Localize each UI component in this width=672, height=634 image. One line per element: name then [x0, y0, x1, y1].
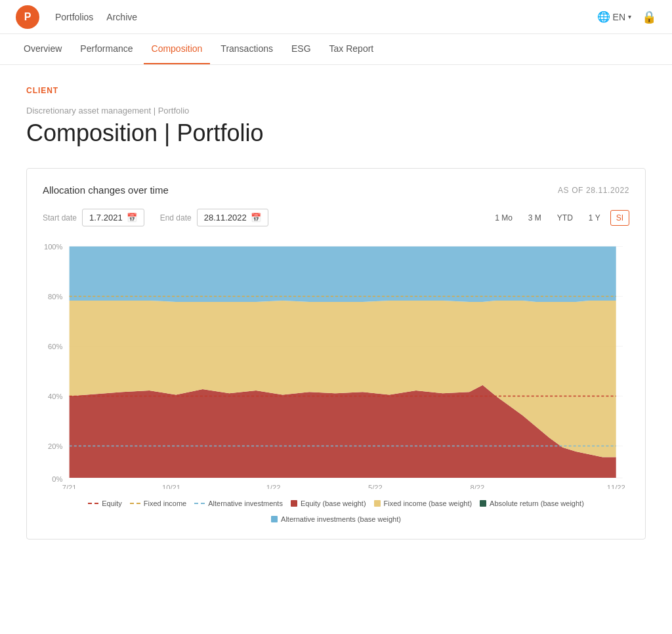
- globe-icon: 🌐: [597, 11, 610, 23]
- legend-alt-label: Alternative investments: [208, 499, 283, 507]
- main-header: P Portfolios Archive 🌐 EN ▾ 🔒: [0, 0, 672, 34]
- legend-fixed-income-base-icon: [374, 500, 381, 507]
- svg-text:0%: 0%: [52, 475, 62, 483]
- card-header: Allocation changes over time AS OF 28.11…: [43, 184, 629, 196]
- chart-container: 100% 80% 60% 40% 20% 0%: [43, 240, 629, 489]
- legend-equity-base: Equity (base weight): [291, 499, 366, 507]
- app-logo: P: [16, 5, 39, 29]
- start-date-label: Start date: [43, 213, 77, 222]
- end-date-input[interactable]: 28.11.2022 📅: [197, 209, 268, 226]
- nav-archive[interactable]: Archive: [106, 12, 137, 22]
- legend-alt-base-label: Alternative investments (base weight): [281, 515, 401, 523]
- legend-absolute-return: Absolute return (base weight): [480, 499, 584, 507]
- svg-text:8/22: 8/22: [471, 484, 485, 489]
- legend-equity-base-label: Equity (base weight): [301, 499, 366, 507]
- subnav-tax-report[interactable]: Tax Report: [322, 34, 382, 64]
- header-left: P Portfolios Archive: [16, 5, 137, 29]
- legend-fixed-income-base-label: Fixed income (base weight): [384, 499, 472, 507]
- svg-text:11/22: 11/22: [607, 484, 625, 489]
- period-3m[interactable]: 3 M: [522, 210, 547, 226]
- language-label: EN: [613, 12, 625, 22]
- allocation-card: Allocation changes over time AS OF 28.11…: [26, 168, 646, 539]
- subnav-composition[interactable]: Composition: [144, 34, 211, 64]
- main-nav: Portfolios Archive: [55, 12, 137, 22]
- start-date-input[interactable]: 1.7.2021 📅: [82, 209, 144, 226]
- breadcrumb: Discretionary asset management | Portfol…: [26, 106, 646, 116]
- svg-text:1/22: 1/22: [266, 484, 281, 489]
- legend-fixed-income: Fixed income: [130, 499, 186, 507]
- chevron-down-icon: ▾: [628, 13, 631, 20]
- subnav-performance[interactable]: Performance: [72, 34, 140, 64]
- legend-equity-base-icon: [291, 500, 297, 507]
- card-title: Allocation changes over time: [43, 184, 169, 196]
- legend-equity: Equity: [88, 499, 122, 507]
- legend-alt-investments: Alternative investments: [194, 499, 283, 507]
- date-controls: Start date 1.7.2021 📅 End date 28.11.202…: [43, 209, 629, 226]
- svg-text:5/22: 5/22: [368, 484, 383, 489]
- lock-icon[interactable]: 🔒: [642, 10, 656, 24]
- legend-fixed-income-base: Fixed income (base weight): [374, 499, 472, 507]
- legend-alt-icon: [194, 503, 205, 504]
- start-date-group: Start date 1.7.2021 📅: [43, 209, 144, 226]
- end-date-value: 28.11.2022: [204, 213, 247, 222]
- svg-text:80%: 80%: [48, 293, 62, 301]
- legend-equity-label: Equity: [102, 499, 122, 507]
- page-title: Composition | Portfolio: [26, 119, 646, 147]
- period-buttons: 1 Mo 3 M YTD 1 Y SI: [489, 210, 629, 226]
- subnav-esg[interactable]: ESG: [284, 34, 319, 64]
- page-content: CLIENT Discretionary asset management | …: [0, 65, 672, 560]
- svg-text:40%: 40%: [48, 392, 62, 400]
- language-selector[interactable]: 🌐 EN ▾: [597, 11, 631, 23]
- header-right: 🌐 EN ▾ 🔒: [597, 10, 656, 24]
- svg-text:20%: 20%: [48, 442, 62, 450]
- svg-text:7/21: 7/21: [62, 484, 77, 489]
- end-date-label: End date: [160, 213, 192, 222]
- sub-navigation: Overview Performance Composition Transac…: [0, 34, 672, 65]
- subnav-transactions[interactable]: Transactions: [213, 34, 281, 64]
- legend-fixed-income-label: Fixed income: [144, 499, 186, 507]
- chart-legend: Equity Fixed income Alternative investme…: [43, 499, 629, 523]
- legend-equity-icon: [88, 503, 98, 504]
- calendar-icon: 📅: [127, 213, 137, 222]
- allocation-chart: 100% 80% 60% 40% 20% 0%: [43, 240, 629, 489]
- legend-alt-base: Alternative investments (base weight): [271, 515, 401, 523]
- subnav-overview[interactable]: Overview: [16, 34, 70, 64]
- legend-fixed-income-icon: [130, 503, 140, 504]
- legend-alt-base-icon: [271, 516, 278, 522]
- period-1mo[interactable]: 1 Mo: [489, 210, 518, 226]
- svg-text:60%: 60%: [48, 343, 62, 350]
- svg-marker-14: [70, 247, 616, 302]
- period-si[interactable]: SI: [610, 210, 629, 226]
- period-1y[interactable]: 1 Y: [583, 210, 606, 226]
- as-of-label: AS OF 28.11.2022: [558, 186, 629, 195]
- start-date-value: 1.7.2021: [89, 213, 123, 222]
- svg-text:100%: 100%: [44, 243, 63, 251]
- legend-absolute-return-label: Absolute return (base weight): [490, 499, 584, 507]
- svg-text:10/21: 10/21: [162, 484, 180, 489]
- end-date-group: End date 28.11.2022 📅: [160, 209, 268, 226]
- nav-portfolios[interactable]: Portfolios: [55, 12, 93, 22]
- period-ytd[interactable]: YTD: [551, 210, 579, 226]
- client-label: CLIENT: [26, 86, 646, 95]
- calendar-icon-end: 📅: [251, 213, 261, 222]
- legend-absolute-return-icon: [480, 500, 486, 507]
